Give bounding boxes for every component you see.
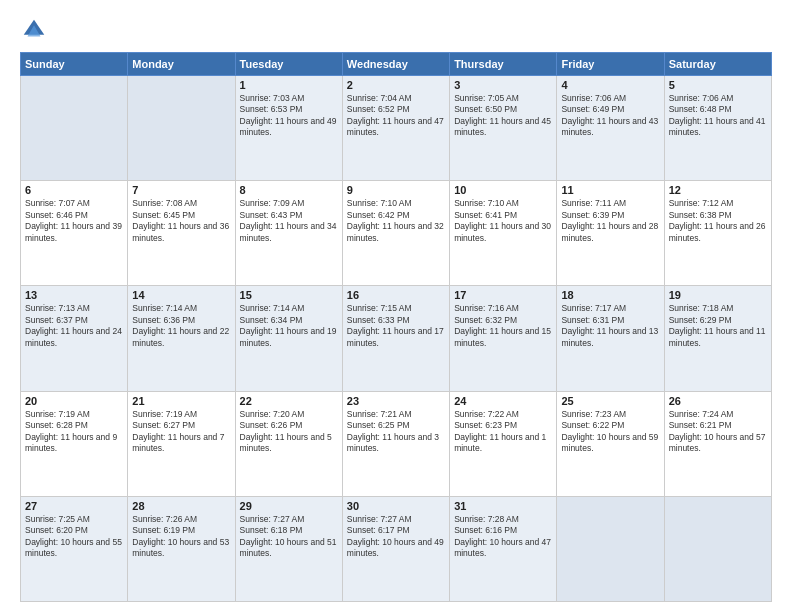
- day-number: 31: [454, 500, 552, 512]
- calendar-cell: 28Sunrise: 7:26 AM Sunset: 6:19 PM Dayli…: [128, 496, 235, 601]
- day-number: 15: [240, 289, 338, 301]
- calendar-header-saturday: Saturday: [664, 53, 771, 76]
- header: [20, 16, 772, 44]
- calendar-header-wednesday: Wednesday: [342, 53, 449, 76]
- cell-info: Sunrise: 7:10 AM Sunset: 6:42 PM Dayligh…: [347, 198, 445, 244]
- day-number: 30: [347, 500, 445, 512]
- calendar-week-row: 6Sunrise: 7:07 AM Sunset: 6:46 PM Daylig…: [21, 181, 772, 286]
- calendar-cell: 14Sunrise: 7:14 AM Sunset: 6:36 PM Dayli…: [128, 286, 235, 391]
- calendar-cell: 24Sunrise: 7:22 AM Sunset: 6:23 PM Dayli…: [450, 391, 557, 496]
- day-number: 23: [347, 395, 445, 407]
- day-number: 26: [669, 395, 767, 407]
- day-number: 18: [561, 289, 659, 301]
- calendar-cell: 8Sunrise: 7:09 AM Sunset: 6:43 PM Daylig…: [235, 181, 342, 286]
- day-number: 10: [454, 184, 552, 196]
- day-number: 20: [25, 395, 123, 407]
- day-number: 16: [347, 289, 445, 301]
- day-number: 11: [561, 184, 659, 196]
- cell-info: Sunrise: 7:24 AM Sunset: 6:21 PM Dayligh…: [669, 409, 767, 455]
- day-number: 22: [240, 395, 338, 407]
- calendar-cell: 4Sunrise: 7:06 AM Sunset: 6:49 PM Daylig…: [557, 76, 664, 181]
- day-number: 3: [454, 79, 552, 91]
- day-number: 5: [669, 79, 767, 91]
- calendar-cell: 21Sunrise: 7:19 AM Sunset: 6:27 PM Dayli…: [128, 391, 235, 496]
- page: SundayMondayTuesdayWednesdayThursdayFrid…: [0, 0, 792, 612]
- cell-info: Sunrise: 7:08 AM Sunset: 6:45 PM Dayligh…: [132, 198, 230, 244]
- cell-info: Sunrise: 7:27 AM Sunset: 6:18 PM Dayligh…: [240, 514, 338, 560]
- cell-info: Sunrise: 7:26 AM Sunset: 6:19 PM Dayligh…: [132, 514, 230, 560]
- cell-info: Sunrise: 7:15 AM Sunset: 6:33 PM Dayligh…: [347, 303, 445, 349]
- calendar-cell: 3Sunrise: 7:05 AM Sunset: 6:50 PM Daylig…: [450, 76, 557, 181]
- calendar-week-row: 13Sunrise: 7:13 AM Sunset: 6:37 PM Dayli…: [21, 286, 772, 391]
- day-number: 9: [347, 184, 445, 196]
- cell-info: Sunrise: 7:14 AM Sunset: 6:34 PM Dayligh…: [240, 303, 338, 349]
- calendar-cell: 7Sunrise: 7:08 AM Sunset: 6:45 PM Daylig…: [128, 181, 235, 286]
- calendar-cell: 27Sunrise: 7:25 AM Sunset: 6:20 PM Dayli…: [21, 496, 128, 601]
- calendar-cell: 1Sunrise: 7:03 AM Sunset: 6:53 PM Daylig…: [235, 76, 342, 181]
- cell-info: Sunrise: 7:23 AM Sunset: 6:22 PM Dayligh…: [561, 409, 659, 455]
- calendar-header-monday: Monday: [128, 53, 235, 76]
- cell-info: Sunrise: 7:12 AM Sunset: 6:38 PM Dayligh…: [669, 198, 767, 244]
- cell-info: Sunrise: 7:17 AM Sunset: 6:31 PM Dayligh…: [561, 303, 659, 349]
- calendar-cell: 25Sunrise: 7:23 AM Sunset: 6:22 PM Dayli…: [557, 391, 664, 496]
- calendar-cell: [21, 76, 128, 181]
- cell-info: Sunrise: 7:11 AM Sunset: 6:39 PM Dayligh…: [561, 198, 659, 244]
- cell-info: Sunrise: 7:22 AM Sunset: 6:23 PM Dayligh…: [454, 409, 552, 455]
- cell-info: Sunrise: 7:19 AM Sunset: 6:27 PM Dayligh…: [132, 409, 230, 455]
- day-number: 7: [132, 184, 230, 196]
- cell-info: Sunrise: 7:14 AM Sunset: 6:36 PM Dayligh…: [132, 303, 230, 349]
- calendar-cell: [664, 496, 771, 601]
- calendar-cell: [128, 76, 235, 181]
- calendar-cell: 31Sunrise: 7:28 AM Sunset: 6:16 PM Dayli…: [450, 496, 557, 601]
- calendar-cell: [557, 496, 664, 601]
- calendar: SundayMondayTuesdayWednesdayThursdayFrid…: [20, 52, 772, 602]
- calendar-cell: 30Sunrise: 7:27 AM Sunset: 6:17 PM Dayli…: [342, 496, 449, 601]
- calendar-cell: 5Sunrise: 7:06 AM Sunset: 6:48 PM Daylig…: [664, 76, 771, 181]
- calendar-cell: 15Sunrise: 7:14 AM Sunset: 6:34 PM Dayli…: [235, 286, 342, 391]
- day-number: 2: [347, 79, 445, 91]
- cell-info: Sunrise: 7:04 AM Sunset: 6:52 PM Dayligh…: [347, 93, 445, 139]
- calendar-cell: 9Sunrise: 7:10 AM Sunset: 6:42 PM Daylig…: [342, 181, 449, 286]
- cell-info: Sunrise: 7:06 AM Sunset: 6:49 PM Dayligh…: [561, 93, 659, 139]
- calendar-header-tuesday: Tuesday: [235, 53, 342, 76]
- cell-info: Sunrise: 7:19 AM Sunset: 6:28 PM Dayligh…: [25, 409, 123, 455]
- calendar-cell: 13Sunrise: 7:13 AM Sunset: 6:37 PM Dayli…: [21, 286, 128, 391]
- day-number: 25: [561, 395, 659, 407]
- calendar-cell: 23Sunrise: 7:21 AM Sunset: 6:25 PM Dayli…: [342, 391, 449, 496]
- calendar-cell: 19Sunrise: 7:18 AM Sunset: 6:29 PM Dayli…: [664, 286, 771, 391]
- cell-info: Sunrise: 7:09 AM Sunset: 6:43 PM Dayligh…: [240, 198, 338, 244]
- day-number: 27: [25, 500, 123, 512]
- cell-info: Sunrise: 7:05 AM Sunset: 6:50 PM Dayligh…: [454, 93, 552, 139]
- day-number: 29: [240, 500, 338, 512]
- day-number: 24: [454, 395, 552, 407]
- calendar-cell: 2Sunrise: 7:04 AM Sunset: 6:52 PM Daylig…: [342, 76, 449, 181]
- day-number: 6: [25, 184, 123, 196]
- cell-info: Sunrise: 7:28 AM Sunset: 6:16 PM Dayligh…: [454, 514, 552, 560]
- calendar-cell: 11Sunrise: 7:11 AM Sunset: 6:39 PM Dayli…: [557, 181, 664, 286]
- calendar-header-thursday: Thursday: [450, 53, 557, 76]
- calendar-cell: 18Sunrise: 7:17 AM Sunset: 6:31 PM Dayli…: [557, 286, 664, 391]
- cell-info: Sunrise: 7:18 AM Sunset: 6:29 PM Dayligh…: [669, 303, 767, 349]
- calendar-cell: 26Sunrise: 7:24 AM Sunset: 6:21 PM Dayli…: [664, 391, 771, 496]
- day-number: 1: [240, 79, 338, 91]
- day-number: 12: [669, 184, 767, 196]
- cell-info: Sunrise: 7:25 AM Sunset: 6:20 PM Dayligh…: [25, 514, 123, 560]
- day-number: 14: [132, 289, 230, 301]
- calendar-cell: 16Sunrise: 7:15 AM Sunset: 6:33 PM Dayli…: [342, 286, 449, 391]
- day-number: 19: [669, 289, 767, 301]
- cell-info: Sunrise: 7:21 AM Sunset: 6:25 PM Dayligh…: [347, 409, 445, 455]
- cell-info: Sunrise: 7:03 AM Sunset: 6:53 PM Dayligh…: [240, 93, 338, 139]
- logo-icon: [20, 16, 48, 44]
- cell-info: Sunrise: 7:20 AM Sunset: 6:26 PM Dayligh…: [240, 409, 338, 455]
- calendar-cell: 20Sunrise: 7:19 AM Sunset: 6:28 PM Dayli…: [21, 391, 128, 496]
- cell-info: Sunrise: 7:16 AM Sunset: 6:32 PM Dayligh…: [454, 303, 552, 349]
- cell-info: Sunrise: 7:13 AM Sunset: 6:37 PM Dayligh…: [25, 303, 123, 349]
- calendar-header-sunday: Sunday: [21, 53, 128, 76]
- calendar-cell: 10Sunrise: 7:10 AM Sunset: 6:41 PM Dayli…: [450, 181, 557, 286]
- logo: [20, 16, 52, 44]
- cell-info: Sunrise: 7:27 AM Sunset: 6:17 PM Dayligh…: [347, 514, 445, 560]
- calendar-cell: 17Sunrise: 7:16 AM Sunset: 6:32 PM Dayli…: [450, 286, 557, 391]
- calendar-cell: 29Sunrise: 7:27 AM Sunset: 6:18 PM Dayli…: [235, 496, 342, 601]
- calendar-week-row: 20Sunrise: 7:19 AM Sunset: 6:28 PM Dayli…: [21, 391, 772, 496]
- day-number: 17: [454, 289, 552, 301]
